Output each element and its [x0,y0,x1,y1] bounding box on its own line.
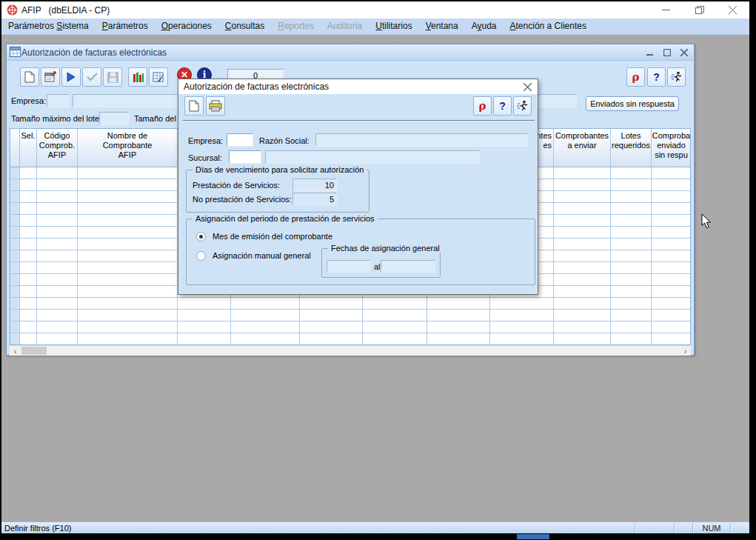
scroll-thumb[interactable] [21,347,47,355]
dialog-sucursal-input[interactable] [229,150,261,164]
grid-column-header-lotes-requeridos: Lotesrequeridos [611,129,652,167]
exit-button[interactable] [667,67,686,87]
menu-item-reportes: Reportes [271,19,321,34]
scroll-right-button[interactable]: › [680,346,691,356]
status-bar: Definir filtros (F10) NUM [1,521,749,533]
menu-item-ventana[interactable]: Ventana [419,19,465,34]
dialog-empresa-input[interactable] [227,133,253,147]
fechas-group-title: Fechas de asignación general [328,244,443,253]
grid-column-header-indicator [10,129,20,167]
dialog-new-document-icon [189,100,199,112]
asignacion-group-title: Asignación del periodo de prestación de … [193,214,378,223]
grid-column-header-comprobantes-enviados-partial: Comprobaenviadosin respu [652,129,691,167]
afip-logo-icon [7,4,18,16]
edit-grid-button[interactable] [149,67,168,87]
confirm-button[interactable] [82,67,101,87]
child-close-button[interactable] [677,46,691,59]
child-maximize-button[interactable] [660,46,674,59]
fecha-hasta-input[interactable] [381,260,435,273]
mdi-area: Autorización de facturas electrónicas [1,36,749,521]
colored-bars-icon [133,72,144,83]
running-man-icon [671,71,683,83]
child-minimize-icon [646,49,653,56]
al-label: al [374,262,381,271]
dialog-razon-social-label: Razón Social: [259,136,310,145]
check-icon [87,73,98,81]
radio-manual[interactable] [196,251,206,261]
tamano-maximo-label: Tamaño máximo del lote: [11,114,101,123]
menu-item-atencion-a-clientes[interactable]: Atención a Clientes [504,19,593,34]
save-icon [107,72,118,83]
prestacion-label: Prestación de Servicios: [193,181,280,190]
child-minimize-button[interactable] [643,46,657,59]
dialog-help-icon: ? [499,100,506,112]
properties-button[interactable] [41,67,60,87]
app-window: AFIP (dbELDIA - CP) Parámetros SistemaPa… [1,1,749,533]
close-icon [729,6,737,14]
execute-button[interactable] [61,67,81,87]
menu-item-consultas[interactable]: Consultas [218,19,271,34]
dialog-help-button[interactable]: ? [493,96,512,116]
dialog-exit-button[interactable] [513,96,532,116]
scroll-left-button[interactable]: ‹ [10,346,21,356]
horizontal-scrollbar[interactable]: ‹ › [10,345,691,356]
menu-item-ayuda[interactable]: Ayuda [465,19,504,34]
rho-filter-icon: ρ [632,70,640,84]
menu-item-auditoria: Auditoria [321,19,369,34]
status-separator [674,523,675,533]
dialog-filters-button[interactable]: ρ [473,96,492,116]
minimize-button[interactable] [649,1,683,19]
num-lock-indicator: NUM [694,523,729,533]
status-separator [635,523,636,533]
grid-column-header-comprobantes-a-enviar: Comprobantesa enviar [554,129,611,167]
grid-column-header-codigo-comprob-afip: CódigoComprob.AFIP [37,129,78,167]
child-close-icon [680,49,688,56]
dialog-close-button[interactable] [521,81,534,93]
taskbar-peek [517,534,549,539]
menu-item-operaciones[interactable]: Operaciones [155,19,218,34]
restore-button[interactable] [683,1,716,19]
save-button[interactable] [103,67,122,87]
menu-item-utilitarios[interactable]: Utilitarios [369,19,418,34]
fecha-desde-input[interactable] [327,260,370,273]
enviados-sin-respuesta-button[interactable]: Enviados sin respuesta [586,96,679,111]
prestacion-input[interactable]: 10 [292,179,337,191]
form-properties-icon [44,71,56,83]
close-button[interactable] [716,1,749,19]
help-button[interactable]: ? [647,67,666,87]
dialog-print-button[interactable] [206,96,225,116]
dialog-toolbar-separator [183,120,535,121]
vencimiento-group-title: Días de vencimiento para solicitar autor… [193,165,367,174]
no-prestacion-input[interactable]: 5 [292,193,337,205]
app-title: AFIP (dbELDIA - CP) [21,5,110,16]
minimize-icon [662,6,670,14]
scroll-right-icon: › [684,347,687,356]
new-button[interactable] [20,67,39,87]
empresa-label: Empresa: [11,96,46,105]
dialog-new-button[interactable] [184,96,204,116]
empresa-input[interactable] [47,94,70,107]
printer-icon [209,100,222,112]
asignacion-groupbox: Asignación del periodo de prestación de … [186,219,535,285]
radio-mes-label[interactable]: Mes de emisión del comprobante [213,232,332,241]
dialog-sucursal-desc-input[interactable] [265,150,480,164]
menu-item-parametros[interactable]: Parámetros [96,19,155,34]
lots-button[interactable] [128,67,147,87]
play-icon [67,72,76,82]
child-maximize-icon [663,49,671,56]
tamano-maximo-input[interactable] [99,112,129,125]
new-document-icon [24,71,35,83]
dialog-empresa-label: Empresa: [188,136,223,145]
radio-manual-label[interactable]: Asignación manual general [213,251,311,260]
fechas-groupbox: Fechas de asignación general al [321,248,441,278]
filters-button[interactable]: ρ [626,67,645,87]
child-title: Autorización de facturas electrónicas [21,47,167,58]
no-prestacion-label: No prestación de Servicios: [193,195,292,204]
dialog-title: Autorización de facturas electrónicas [184,81,329,92]
menu-item-parametros-sistema[interactable]: Parámetros Sistema [1,19,96,34]
dialog-razon-social-input[interactable] [315,133,528,147]
dialog-close-icon [523,83,532,91]
radio-mes[interactable] [196,232,206,241]
restore-icon [695,6,704,15]
dialog-sucursal-label: Sucursal: [188,153,222,162]
